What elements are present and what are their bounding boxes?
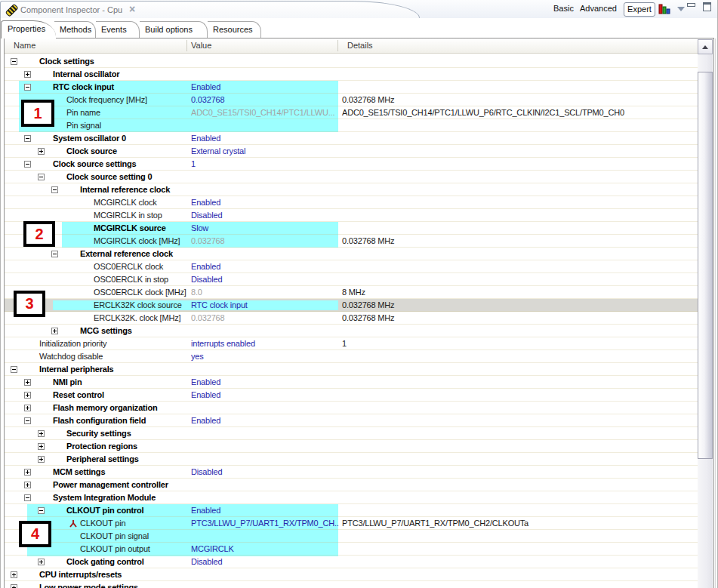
expand-icon[interactable] xyxy=(24,379,31,386)
mode-advanced-button[interactable]: Advanced xyxy=(580,0,617,18)
table-row[interactable]: MCGIRCLK sourceSlow xyxy=(5,222,698,235)
maximize-icon[interactable] xyxy=(703,2,711,11)
property-value[interactable]: Enabled xyxy=(191,132,339,144)
table-row[interactable]: Internal peripherals xyxy=(5,363,698,376)
property-value[interactable]: ADC0_SE15/TSI0_CH14/PTC1/LLWU... xyxy=(191,106,339,119)
column-divider[interactable] xyxy=(186,40,187,51)
property-value[interactable]: Enabled xyxy=(191,260,339,272)
property-value[interactable]: Enabled xyxy=(191,376,339,388)
collapse-icon[interactable] xyxy=(38,174,45,180)
collapse-icon[interactable] xyxy=(11,58,17,65)
expand-icon[interactable] xyxy=(24,71,31,78)
property-value[interactable]: Enabled xyxy=(191,81,339,93)
tab-methods[interactable]: Methods xyxy=(54,21,96,38)
column-header-value[interactable]: Value xyxy=(191,38,211,53)
scrollbar-thumb[interactable] xyxy=(698,72,713,459)
property-value[interactable]: Enabled xyxy=(191,504,339,516)
table-row[interactable]: Watchdog disableyes xyxy=(5,350,698,363)
table-row[interactable]: Internal oscillator xyxy=(5,68,698,81)
expand-icon[interactable] xyxy=(24,392,31,399)
tab-properties[interactable]: Properties xyxy=(1,20,56,38)
table-row[interactable]: Clock frequency [MHz]0.0327680.032768 MH… xyxy=(5,94,698,106)
table-row[interactable]: MCM settingsDisabled xyxy=(5,466,698,479)
table-row[interactable]: External reference clock xyxy=(5,248,698,260)
property-value[interactable]: Enabled xyxy=(191,196,339,208)
vertical-scrollbar[interactable] xyxy=(698,39,713,588)
expand-icon[interactable] xyxy=(38,559,45,565)
table-row[interactable]: Reset controlEnabled xyxy=(5,389,698,402)
property-value[interactable]: Disabled xyxy=(191,556,339,568)
property-value[interactable]: Disabled xyxy=(191,273,339,285)
collapse-icon[interactable] xyxy=(24,135,31,142)
property-value[interactable]: Enabled xyxy=(191,389,339,401)
table-row[interactable]: CPU interrupts/resets xyxy=(5,568,698,581)
table-row[interactable]: Clock sourceExternal crystal xyxy=(5,145,698,158)
table-row[interactable]: MCGIRCLK clockEnabled xyxy=(5,196,698,209)
tab-build-options[interactable]: Build options xyxy=(140,21,208,38)
expand-icon[interactable] xyxy=(24,482,31,488)
table-row[interactable]: Clock settings xyxy=(5,55,698,68)
property-value[interactable]: Enabled xyxy=(191,414,339,426)
expand-icon[interactable] xyxy=(38,430,45,437)
property-value[interactable]: 1 xyxy=(191,158,339,170)
table-row[interactable]: Power management controller xyxy=(5,479,698,491)
column-divider[interactable] xyxy=(337,40,338,51)
expand-icon[interactable] xyxy=(38,148,45,155)
table-row[interactable]: Clock gating controlDisabled xyxy=(5,556,698,568)
table-row[interactable]: NMI pinEnabled xyxy=(5,376,698,389)
table-row[interactable]: Flash configuration fieldEnabled xyxy=(5,414,698,427)
table-row[interactable]: Peripheral settings xyxy=(5,453,698,466)
mode-expert-button[interactable]: Expert xyxy=(624,2,655,17)
column-header-name[interactable]: Name xyxy=(14,38,35,53)
collapse-icon[interactable] xyxy=(24,84,31,91)
table-row[interactable]: CLKOUT pin outputMCGIRCLK xyxy=(5,543,698,556)
collapse-icon[interactable] xyxy=(51,186,58,193)
chart-icon[interactable] xyxy=(658,3,670,17)
property-value[interactable]: 8.0 xyxy=(191,286,339,298)
table-row[interactable]: OSC0ERCLK in stopDisabled xyxy=(5,273,698,286)
table-row[interactable]: Pin nameADC0_SE15/TSI0_CH14/PTC1/LLWU...… xyxy=(5,106,698,119)
expand-icon[interactable] xyxy=(24,469,31,476)
table-row[interactable]: Internal reference clock xyxy=(5,183,698,196)
expand-icon[interactable] xyxy=(24,405,31,411)
table-row[interactable]: System oscillator 0Enabled xyxy=(5,132,698,145)
scroll-up-icon[interactable] xyxy=(698,39,713,54)
tab-resources[interactable]: Resources xyxy=(208,21,261,38)
property-value[interactable]: RTC clock input xyxy=(191,299,339,311)
table-row[interactable]: Low power mode settings xyxy=(5,581,698,588)
tab-events[interactable]: Events xyxy=(96,21,140,38)
column-header-details[interactable]: Details xyxy=(347,38,373,53)
table-row[interactable]: Initialization priorityinterrupts enable… xyxy=(5,337,698,350)
table-row[interactable]: CLKOUT pin signal xyxy=(5,530,698,543)
expand-icon[interactable] xyxy=(38,456,45,463)
property-value[interactable]: 0.032768 xyxy=(191,312,339,324)
view-menu-icon[interactable] xyxy=(677,7,685,11)
collapse-icon[interactable] xyxy=(51,251,58,257)
property-value[interactable]: yes xyxy=(191,350,339,362)
table-row[interactable]: MCG settings xyxy=(5,325,698,337)
collapse-icon[interactable] xyxy=(24,417,31,424)
property-value[interactable]: Disabled xyxy=(191,209,339,221)
table-row[interactable]: Clock source settings1 xyxy=(5,158,698,171)
property-value[interactable]: interrupts enabled xyxy=(191,337,339,349)
table-row[interactable]: OSC0ERCLK clock [MHz]8.08 MHz xyxy=(5,286,698,299)
property-value[interactable]: Slow xyxy=(191,222,339,234)
collapse-icon[interactable] xyxy=(11,366,17,373)
table-row[interactable]: Clock source setting 0 xyxy=(5,171,698,183)
view-tab[interactable]: Component Inspector - Cpu × xyxy=(0,1,420,18)
table-row[interactable]: Flash memory organization xyxy=(5,402,698,414)
table-row[interactable]: CLKOUT pinPTC3/LLWU_P7/UART1_RX/TPM0_CH.… xyxy=(5,517,698,530)
property-value[interactable]: 0.032768 xyxy=(191,94,339,106)
expand-icon[interactable] xyxy=(38,443,45,450)
table-row[interactable]: System Integration Module xyxy=(5,491,698,504)
minimize-icon[interactable] xyxy=(687,3,695,7)
table-row[interactable]: Security settings xyxy=(5,427,698,440)
property-value[interactable]: PTC3/LLWU_P7/UART1_RX/TPM0_CH... xyxy=(191,517,339,529)
collapse-icon[interactable] xyxy=(24,161,31,168)
table-row[interactable]: OSC0ERCLK clockEnabled xyxy=(5,260,698,273)
table-row[interactable]: ERCLK32K. clock [MHz]0.0327680.032768 MH… xyxy=(5,312,698,325)
table-row[interactable]: RTC clock inputEnabled xyxy=(5,81,698,94)
property-value[interactable]: 0.032768 xyxy=(191,235,339,247)
collapse-icon[interactable] xyxy=(38,507,45,514)
property-value[interactable]: External crystal xyxy=(191,145,339,157)
